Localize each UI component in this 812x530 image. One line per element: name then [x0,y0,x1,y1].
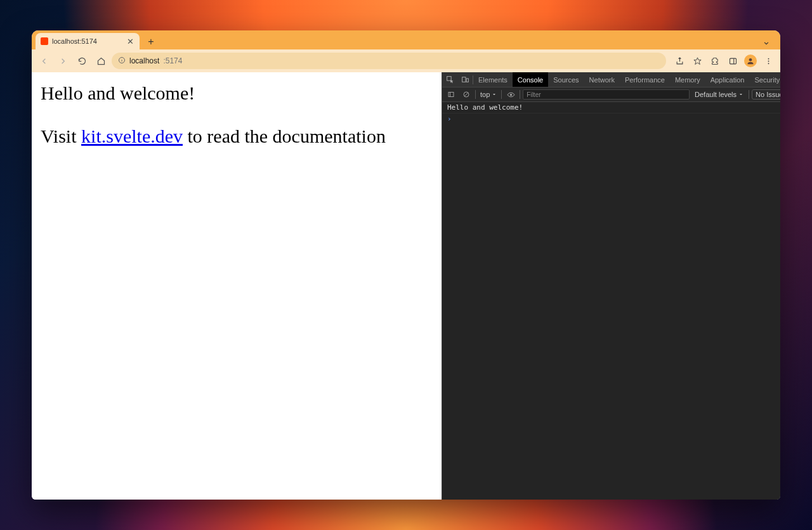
web-page: Hello and welcome! Visit kit.svelte.dev … [32,72,442,500]
tab-elements[interactable]: Elements [473,72,513,87]
url-port: :5174 [163,56,182,65]
console-log-entry: Hello and welcome! +page.svelte:7 [442,102,780,113]
devtools-panel: Elements Console Sources Network Perform… [442,72,780,500]
url-host: localhost [129,56,159,65]
page-heading: Hello and welcome! [41,82,433,104]
clear-console-icon[interactable] [460,91,473,98]
desktop-wallpaper: localhost:5174 ✕ + [0,0,812,530]
visit-suffix: to read the documentation [183,126,386,146]
address-bar[interactable]: localhost:5174 [112,53,666,69]
browser-tab[interactable]: localhost:5174 ✕ [36,33,140,49]
visit-prefix: Visit [41,126,81,146]
console-sidebar-toggle-icon[interactable] [445,91,457,98]
console-toolbar: top Filter Default levels [442,87,780,102]
side-panel-button[interactable] [724,53,741,69]
tab-memory[interactable]: Memory [670,72,705,87]
tabs-dropdown-button[interactable] [760,37,773,49]
chevron-down-icon [738,92,743,97]
tab-application[interactable]: Application [705,72,750,87]
devtools-tab-bar: Elements Console Sources Network Perform… [442,72,780,87]
log-levels-selector[interactable]: Default levels [692,91,746,98]
favicon-icon [41,37,48,45]
profile-button[interactable] [742,53,759,69]
inspect-element-icon[interactable] [442,72,457,87]
svg-rect-1 [730,58,736,64]
extensions-button[interactable] [707,53,723,69]
bookmark-button[interactable] [689,53,705,69]
tab-sources[interactable]: Sources [548,72,584,87]
console-filter-input[interactable]: Filter [523,89,690,100]
home-button[interactable] [93,53,109,69]
tab-title: localhost:5174 [52,37,122,45]
browser-window: localhost:5174 ✕ + [32,30,780,500]
tab-network[interactable]: Network [584,72,620,87]
console-prompt[interactable] [442,113,780,124]
svg-rect-13 [449,93,454,97]
live-expression-icon[interactable] [504,91,517,99]
avatar-icon [744,55,757,67]
tab-strip: localhost:5174 ✕ + [32,30,780,49]
tab-performance[interactable]: Performance [620,72,670,87]
svg-point-2 [749,58,752,61]
content-area: Hello and welcome! Visit kit.svelte.dev … [32,72,780,500]
back-button[interactable] [36,53,52,69]
browser-menu-button[interactable] [760,53,776,69]
page-paragraph: Visit kit.svelte.dev to read the documen… [41,126,433,147]
context-selector[interactable]: top [478,91,499,98]
log-message: Hello and welcome! [447,103,780,112]
filter-placeholder: Filter [527,91,540,98]
levels-label: Default levels [695,91,737,98]
close-tab-button[interactable]: ✕ [126,37,134,46]
svg-point-3 [768,58,769,59]
context-label: top [480,91,490,98]
svg-rect-7 [462,77,465,82]
browser-toolbar: localhost:5174 [32,49,780,72]
chevron-down-icon [492,92,497,97]
console-output: Hello and welcome! +page.svelte:7 [442,102,780,500]
share-button[interactable] [671,53,688,69]
tab-console[interactable]: Console [513,72,548,87]
new-tab-button[interactable]: + [143,34,159,49]
reload-button[interactable] [74,53,90,69]
svg-rect-8 [466,79,468,82]
svg-point-15 [510,93,512,95]
tab-security[interactable]: Security [749,72,780,87]
issues-badge[interactable]: No Issues [752,89,780,100]
svg-point-5 [768,63,769,64]
site-info-icon[interactable] [118,56,126,66]
forward-button[interactable] [55,53,71,69]
svg-point-4 [768,60,769,61]
docs-link[interactable]: kit.svelte.dev [81,126,183,146]
device-toggle-icon[interactable] [457,72,473,87]
